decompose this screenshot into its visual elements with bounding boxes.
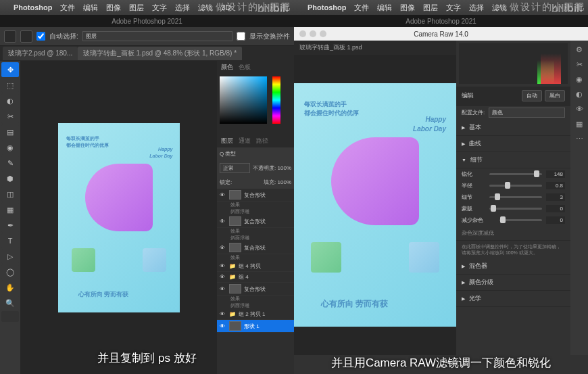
- hand-tool[interactable]: ✋: [1, 280, 19, 295]
- bw-button[interactable]: 黑白: [545, 90, 565, 101]
- redeye-icon[interactable]: 👁: [573, 103, 585, 115]
- auto-select-dropdown[interactable]: 图层: [82, 31, 232, 41]
- layer-fx-bevel[interactable]: 斜面浮雕: [217, 235, 294, 241]
- channels-tab[interactable]: 通道: [239, 137, 251, 145]
- edit-icon[interactable]: ⚙: [573, 43, 585, 55]
- visibility-icon[interactable]: 👁: [220, 263, 226, 269]
- zoom-tool[interactable]: 🔍: [1, 296, 19, 310]
- visibility-icon[interactable]: 👁: [220, 192, 226, 198]
- radius-track[interactable]: [489, 185, 542, 187]
- layer-folder[interactable]: 👁📁组 4 拷贝: [217, 261, 294, 272]
- eyedropper-tool[interactable]: ◉: [1, 140, 19, 155]
- paths-tab[interactable]: 路径: [256, 137, 268, 145]
- cr-doc-tab[interactable]: 玻璃字转曲_画板 1.psd: [294, 41, 456, 55]
- shape-tool[interactable]: ◯: [1, 264, 19, 279]
- basic-section[interactable]: ▶基本: [456, 120, 570, 136]
- marquee-tool[interactable]: ⬚: [1, 78, 19, 93]
- layers-list[interactable]: 👁复合形状 效果 斜面浮雕 👁复合形状 效果 斜面浮雕 👁复合形状 效果 👁📁组…: [217, 189, 294, 374]
- mixer-section[interactable]: ▶混色器: [456, 258, 570, 275]
- auto-select-checkbox[interactable]: [36, 32, 45, 41]
- mask-track[interactable]: [489, 208, 542, 210]
- visibility-icon[interactable]: 👁: [220, 274, 226, 280]
- max-dot[interactable]: [320, 30, 326, 37]
- visibility-icon[interactable]: 👁: [220, 218, 226, 225]
- swatches-tab[interactable]: 色板: [239, 63, 251, 72]
- stamp-tool[interactable]: ⬢: [1, 171, 19, 186]
- close-dot[interactable]: [299, 30, 306, 37]
- path-tool[interactable]: ▷: [1, 249, 19, 264]
- transform-checkbox[interactable]: [237, 32, 245, 41]
- fg-color[interactable]: [1, 311, 19, 322]
- curve-section[interactable]: ▶曲线: [456, 136, 570, 152]
- layer-fx-bevel[interactable]: 斜面浮雕: [217, 208, 294, 215]
- menu-select[interactable]: 选择: [469, 3, 484, 13]
- blend-mode-dropdown[interactable]: 正常: [220, 163, 250, 173]
- detail-track[interactable]: [489, 196, 542, 198]
- eraser-tool[interactable]: ◫: [1, 187, 19, 202]
- layer-folder[interactable]: 👁📁组 4: [217, 272, 294, 283]
- layers-tab[interactable]: 图层: [221, 137, 233, 145]
- menu-layer[interactable]: 图层: [129, 3, 144, 13]
- sharpen-value[interactable]: 148: [546, 170, 565, 178]
- menu-file[interactable]: 文件: [354, 3, 369, 13]
- visibility-icon[interactable]: 👁: [220, 286, 226, 292]
- auto-button[interactable]: 自动: [522, 90, 542, 101]
- radius-value[interactable]: 0.8: [546, 182, 565, 189]
- heal-icon[interactable]: ◉: [573, 73, 585, 85]
- sharpen-track[interactable]: [489, 173, 542, 175]
- profile-dropdown[interactable]: 颜色: [489, 108, 565, 118]
- layer-fx[interactable]: 效果: [217, 202, 294, 208]
- detail-section[interactable]: ▼细节: [456, 152, 570, 168]
- doc-tab-2[interactable]: 玻璃字2.psd @ 180...: [3, 47, 78, 60]
- layer-fx[interactable]: 效果: [217, 254, 294, 261]
- noise-track[interactable]: [499, 219, 542, 221]
- menu-type[interactable]: 文字: [152, 3, 167, 13]
- mask-value[interactable]: 0: [546, 205, 565, 212]
- brush-tool[interactable]: ✎: [1, 156, 19, 170]
- doc-tab-1[interactable]: 玻璃字转曲_画板 1.psd @ 48.8% (形状 1, RGB/8) *: [78, 47, 242, 60]
- slider-thumb[interactable]: [534, 170, 539, 177]
- layer-item-selected[interactable]: 👁形状 1: [217, 320, 294, 333]
- canvas-area[interactable]: 每双长满茧的手 都会握住时代的优厚 Happy Labor Day 心有所向 劳…: [20, 61, 217, 374]
- visibility-icon[interactable]: 👁: [220, 245, 226, 251]
- menu-image[interactable]: 图像: [106, 3, 121, 13]
- layer-fx-bevel[interactable]: 斜面浮雕: [217, 302, 294, 309]
- layer-item[interactable]: 👁复合形状: [217, 189, 294, 202]
- layer-folder[interactable]: 👁📁组 2 拷贝 1: [217, 309, 294, 320]
- frame-tool[interactable]: ▤: [1, 124, 19, 139]
- type-tool[interactable]: T: [1, 233, 19, 248]
- move-tool-icon[interactable]: [20, 30, 32, 43]
- move-tool[interactable]: ✥: [1, 62, 19, 77]
- more-icon[interactable]: ⋯: [573, 133, 585, 145]
- menu-photoshop[interactable]: Photoshop: [308, 3, 346, 11]
- noise-depth-row[interactable]: 杂色深度减低: [456, 226, 570, 241]
- menu-edit[interactable]: 编辑: [377, 3, 392, 13]
- layer-fx[interactable]: 效果: [217, 228, 294, 235]
- color-field[interactable]: [220, 76, 267, 124]
- preset-icon[interactable]: ▦: [573, 118, 585, 130]
- menu-type[interactable]: 文字: [446, 3, 461, 13]
- layer-item[interactable]: 👁复合形状: [217, 241, 294, 254]
- hue-slider[interactable]: [272, 76, 280, 124]
- pen-tool[interactable]: ✒: [1, 218, 19, 233]
- layer-item[interactable]: 👁复合形状: [217, 283, 294, 296]
- detail-value[interactable]: 3: [546, 193, 565, 201]
- mask-icon[interactable]: ◐: [573, 88, 585, 100]
- optics-section[interactable]: ▶光学: [456, 291, 570, 307]
- cr-preview-canvas[interactable]: 每双长满茧的手 都会握住时代的优厚 Happy Labor Day 心有所向 劳…: [294, 83, 456, 327]
- histogram[interactable]: [459, 43, 568, 84]
- color-picker[interactable]: [217, 74, 294, 135]
- layer-item[interactable]: 👁复合形状: [217, 215, 294, 228]
- lasso-tool[interactable]: ◐: [1, 93, 19, 108]
- home-icon[interactable]: [4, 30, 16, 43]
- layer-fx[interactable]: 效果: [217, 296, 294, 302]
- crop-icon[interactable]: ✂: [573, 58, 585, 70]
- color-grade-section[interactable]: ▶颜色分级: [456, 275, 570, 291]
- slider-thumb[interactable]: [491, 205, 496, 212]
- slider-thumb[interactable]: [495, 193, 500, 200]
- menu-image[interactable]: 图像: [400, 3, 415, 13]
- menu-edit[interactable]: 编辑: [83, 3, 98, 13]
- slider-thumb[interactable]: [505, 182, 510, 189]
- crop-tool[interactable]: ✂: [1, 109, 19, 124]
- menu-filter[interactable]: 滤镜: [198, 3, 213, 13]
